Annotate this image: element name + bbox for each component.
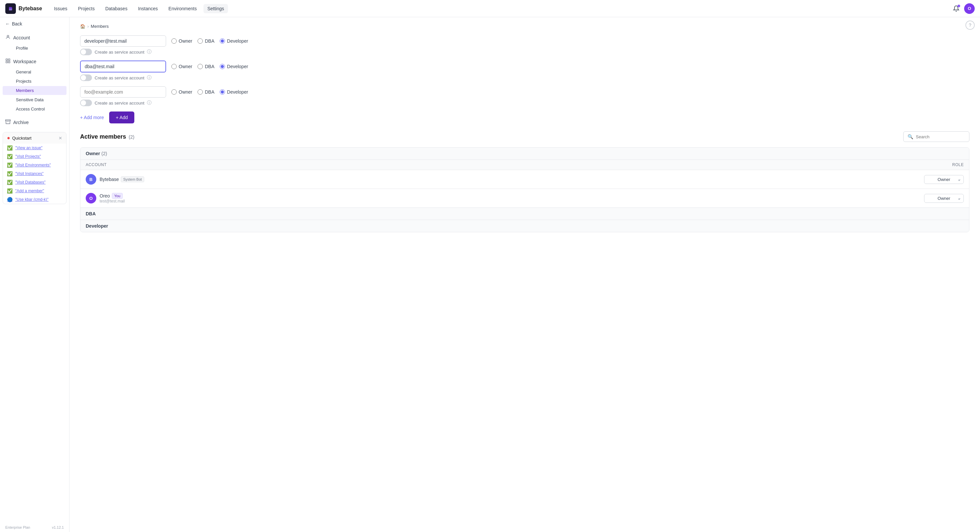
invite-row-2: Owner DBA Developer (80, 86, 969, 97)
radio-owner-2[interactable] (171, 89, 177, 95)
group-header-dba: DBA (80, 208, 969, 220)
role-options-2: Owner DBA Developer (171, 89, 248, 95)
workspace-icon (5, 58, 11, 65)
service-help-icon-2[interactable]: ⓘ (147, 100, 151, 106)
radio-owner-0[interactable] (171, 38, 177, 44)
quickstart-header: ● Quickstart ✕ (3, 132, 66, 143)
logo[interactable]: Bytebase (5, 3, 42, 14)
nav-instances[interactable]: Instances (134, 4, 162, 13)
notification-dot (958, 5, 960, 7)
quickstart-item-0[interactable]: ✅ "View an issue" (3, 143, 66, 152)
radio-developer-0[interactable] (220, 38, 225, 44)
group-header-owner: Owner (2) (80, 148, 969, 160)
radio-developer-2[interactable] (220, 89, 225, 95)
role-owner-1[interactable]: Owner (171, 64, 192, 69)
svg-rect-2 (6, 59, 8, 61)
invite-form: Owner DBA Developer Create as service ac… (80, 35, 969, 123)
role-select-wrapper-oreo: Owner DBA Developer ⌄ (924, 194, 964, 203)
quickstart-item-1[interactable]: ✅ "Visit Projects" (3, 152, 66, 161)
logo-icon (5, 3, 16, 14)
service-help-icon-0[interactable]: ⓘ (147, 49, 151, 55)
role-owner-0[interactable]: Owner (171, 38, 192, 44)
role-dba-1[interactable]: DBA (197, 64, 215, 69)
role-options-0: Owner DBA Developer (171, 38, 248, 44)
nav-settings[interactable]: Settings (204, 4, 228, 13)
sidebar-group-archive[interactable]: Archive (0, 116, 69, 128)
member-info-bytebase: Bytebase System Bot (100, 176, 924, 182)
search-input[interactable] (916, 134, 965, 139)
role-dba-0[interactable]: DBA (197, 38, 215, 44)
quickstart-item-6[interactable]: 🔵 "Use kbar (cmd-k)" (3, 195, 66, 204)
home-icon[interactable]: 🏠 (80, 24, 85, 29)
member-row-bytebase: B Bytebase System Bot Owner DBA Develope… (80, 170, 969, 189)
sidebar-item-access-control[interactable]: Access Control (3, 105, 67, 113)
enterprise-plan-label: Enterprise Plan v1.12.1 (0, 523, 69, 532)
check-icon: ✅ (7, 171, 13, 176)
invite-row-0: Owner DBA Developer (80, 35, 969, 47)
group-header-developer: Developer (80, 220, 969, 232)
badge-system-bot: System Bot (121, 176, 144, 182)
radio-dba-1[interactable] (197, 64, 203, 69)
quickstart-item-4[interactable]: ✅ "Visit Databases" (3, 178, 66, 186)
avatar-bytebase: B (86, 174, 96, 185)
col-headers-owner: Account Role (80, 160, 969, 170)
sidebar-group-workspace[interactable]: Workspace (0, 56, 69, 67)
service-label-1: Create as service account (95, 75, 144, 80)
email-input-1[interactable] (80, 61, 166, 72)
badge-you: You (112, 193, 123, 199)
service-row-0: Create as service account ⓘ (80, 49, 969, 55)
search-icon: 🔍 (908, 134, 913, 139)
account-icon (5, 34, 11, 41)
sidebar-item-projects[interactable]: Projects (3, 77, 67, 86)
quickstart-item-5[interactable]: ✅ "Add a member" (3, 186, 66, 195)
role-select-oreo[interactable]: Owner DBA Developer (924, 194, 964, 203)
service-help-icon-1[interactable]: ⓘ (147, 75, 151, 81)
radio-owner-1[interactable] (171, 64, 177, 69)
add-button[interactable]: + Add (109, 111, 134, 123)
nav-issues[interactable]: Issues (50, 4, 71, 13)
role-owner-2[interactable]: Owner (171, 89, 192, 95)
add-more-button[interactable]: + Add more (80, 115, 104, 120)
help-icon[interactable]: ? (966, 21, 975, 30)
user-avatar[interactable]: O (964, 3, 975, 14)
service-toggle-2[interactable] (80, 100, 92, 106)
sidebar-item-profile[interactable]: Profile (3, 44, 67, 53)
quickstart-close-icon[interactable]: ✕ (59, 135, 62, 140)
role-dba-2[interactable]: DBA (197, 89, 215, 95)
role-select-bytebase[interactable]: Owner DBA Developer (924, 175, 964, 184)
sidebar-item-members[interactable]: Members (3, 86, 67, 95)
sidebar-group-account[interactable]: Account (0, 32, 69, 43)
service-toggle-1[interactable] (80, 75, 92, 81)
quickstart-dot: ● (7, 135, 10, 141)
nav-projects[interactable]: Projects (74, 4, 99, 13)
nav-databases[interactable]: Databases (101, 4, 131, 13)
svg-point-1 (7, 35, 9, 37)
main-content: 🏠 › Members ? Owner DBA (70, 17, 980, 532)
radio-dba-0[interactable] (197, 38, 203, 44)
notification-bell[interactable] (951, 3, 961, 14)
quickstart-item-3[interactable]: ✅ "Visit Instances" (3, 169, 66, 178)
member-row-oreo: O Oreo You test@test.mail Owner DBA Deve… (80, 189, 969, 208)
check-icon: ✅ (7, 154, 13, 159)
service-toggle-0[interactable] (80, 49, 92, 55)
role-select-wrapper-bytebase: Owner DBA Developer ⌄ (924, 175, 964, 184)
email-input-0[interactable] (80, 35, 166, 47)
search-box: 🔍 (903, 131, 969, 142)
email-input-2[interactable] (80, 86, 166, 97)
role-developer-2[interactable]: Developer (220, 89, 248, 95)
role-developer-0[interactable]: Developer (220, 38, 248, 44)
role-options-1: Owner DBA Developer (171, 64, 248, 69)
role-developer-1[interactable]: Developer (220, 64, 248, 69)
radio-dba-2[interactable] (197, 89, 203, 95)
svg-rect-4 (8, 61, 10, 63)
quickstart-item-2[interactable]: ✅ "Visit Environments" (3, 161, 66, 169)
nav-environments[interactable]: Environments (164, 4, 201, 13)
radio-developer-1[interactable] (220, 64, 225, 69)
sidebar-item-general[interactable]: General (3, 67, 67, 76)
active-members-title: Active members (2) (80, 133, 134, 140)
member-info-oreo: Oreo You test@test.mail (100, 193, 924, 204)
back-button[interactable]: ← Back (0, 17, 69, 30)
sidebar-item-sensitive-data[interactable]: Sensitive Data (3, 95, 67, 104)
sidebar: ← Back Account Profile (0, 17, 70, 532)
service-row-1: Create as service account ⓘ (80, 75, 969, 81)
